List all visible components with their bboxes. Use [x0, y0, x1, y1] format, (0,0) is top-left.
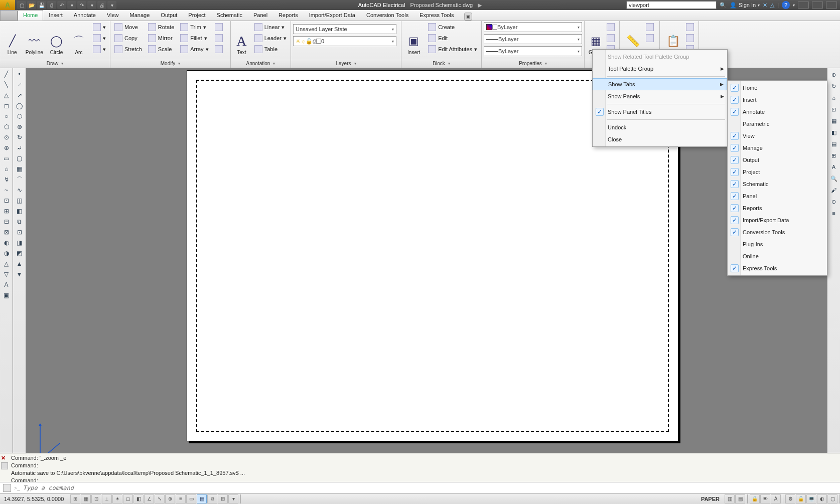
tool-button[interactable]: △ [0, 259, 13, 269]
signin-button[interactable]: 👤Sign In▾ [730, 2, 760, 9]
lineweight-dropdown[interactable]: ByLayer [484, 34, 582, 44]
qat-more-icon[interactable]: ▾ [107, 1, 116, 9]
cut-button[interactable] [686, 22, 694, 32]
qp-button[interactable]: ▤ [197, 494, 207, 503]
mirror-button[interactable]: Mirror [146, 33, 176, 43]
tool-button[interactable]: △ [0, 90, 13, 100]
space-toggle[interactable]: PAPER [698, 496, 723, 502]
editattr-button[interactable]: Edit Attributes ▾ [426, 44, 479, 54]
tab-conversion-tools[interactable]: Conversion Tools [361, 10, 414, 21]
ctx-item-show-panel-titles[interactable]: ✓Show Panel Titles [593, 106, 727, 118]
tool-button[interactable]: ▲ [13, 259, 26, 269]
tool-button[interactable]: ▤ [827, 138, 840, 149]
stretch-button[interactable]: Stretch [112, 44, 144, 54]
insert-button[interactable]: ▣Insert [403, 22, 424, 56]
tool-button[interactable]: ⊡ [13, 227, 26, 237]
tool-button[interactable]: ▭ [0, 153, 13, 163]
tab-view[interactable]: View [101, 10, 124, 21]
window-minimize-button[interactable] [798, 2, 809, 9]
qat-undo-icon[interactable]: ↶ [57, 1, 66, 9]
tool-button[interactable]: A [827, 161, 840, 173]
window-restore-button[interactable] [812, 2, 823, 9]
snap-button[interactable]: ▦ [81, 494, 91, 503]
panel-layers-title[interactable]: Layers [291, 59, 401, 68]
trim-button[interactable]: Trim ▾ [178, 22, 210, 32]
tool-button[interactable]: ◑ [0, 248, 13, 258]
title-arrow-icon[interactable]: ▶ [478, 2, 482, 9]
tool-button[interactable]: ⊞ [827, 150, 840, 161]
tool-button[interactable]: ⌂ [0, 164, 13, 174]
coordinates-readout[interactable]: 14.3927, 5.5325, 0.0000 [0, 496, 68, 502]
text-button[interactable]: AText [233, 22, 250, 56]
panel-draw-title[interactable]: Draw [0, 59, 110, 68]
tool-button[interactable]: ≡ [827, 208, 840, 219]
osnap-button[interactable]: ◻ [123, 494, 133, 503]
ctx-tab-panel[interactable]: ✓Panel [728, 190, 827, 202]
ctx-tab-manage[interactable]: ✓Manage [728, 142, 827, 154]
hatch-button[interactable]: ▾ [91, 33, 108, 43]
tool-button[interactable]: ⊡ [827, 104, 840, 115]
tool-button[interactable]: ⊠ [0, 227, 13, 237]
qat-open-icon[interactable]: 📂 [27, 1, 36, 9]
tool-button[interactable]: ∿ [13, 185, 26, 195]
ctx-tab-home[interactable]: ✓Home [728, 82, 827, 94]
copy-button[interactable]: Copy [112, 33, 144, 43]
app-tab[interactable] [0, 10, 18, 21]
command-input[interactable] [23, 484, 837, 491]
layer-dropdown[interactable]: ☀ ☼ 🔓 ⎙ 0 [293, 36, 396, 46]
annovis-button[interactable]: 👁 [760, 494, 770, 503]
panel-modify-title[interactable]: Modify [110, 59, 230, 68]
tool-button[interactable]: ▼ [13, 269, 26, 279]
polyline-button[interactable]: 〰Polyline [24, 22, 44, 56]
tool-button[interactable]: ⊞ [0, 206, 13, 216]
exchange-icon[interactable]: ✕ [763, 2, 767, 9]
ctx-tab-express-tools[interactable]: ✓Express Tools [728, 262, 827, 274]
fillet-button[interactable]: Fillet ▾ [178, 33, 210, 43]
tool-button[interactable]: ↯ [0, 175, 13, 185]
tool-button[interactable]: ╱ [0, 69, 13, 79]
search-go-icon[interactable]: 🔍 [720, 2, 727, 9]
tool-button[interactable]: ⊛ [13, 122, 26, 132]
infocenter-search[interactable]: viewport [626, 1, 717, 9]
qat-redo-drop-icon[interactable]: ▾ [87, 1, 96, 9]
cmdline-handle-icon[interactable] [1, 462, 8, 469]
edit-button[interactable]: Edit [426, 33, 479, 43]
panel-block-title[interactable]: Block [401, 59, 481, 68]
arc-button[interactable]: ⌒Arc [69, 22, 89, 56]
polar-button[interactable]: ✶ [112, 494, 122, 503]
tool-button[interactable]: ⤾ [13, 143, 26, 153]
ctx-tab-project[interactable]: ✓Project [728, 166, 827, 178]
ctx-tab-view[interactable]: ✓View [728, 130, 827, 142]
ducs-button[interactable]: ⤡ [155, 494, 165, 503]
ortho-button[interactable]: ⟂ [102, 494, 112, 503]
tab-panel[interactable]: Panel [248, 10, 273, 21]
ctx-tab-conversion-tools[interactable]: ✓Conversion Tools [728, 226, 827, 238]
3dosnap-button[interactable]: ◧ [133, 494, 144, 503]
cmd-prompt-icon[interactable] [3, 484, 11, 492]
ctx-tab-insert[interactable]: ✓Insert [728, 94, 827, 106]
dyn-button[interactable]: ⊕ [165, 494, 175, 503]
quick-calc-button[interactable] [646, 33, 654, 43]
tpy-button[interactable]: ▭ [186, 494, 196, 503]
ctx-item-show-tabs[interactable]: Show Tabs▶ [593, 78, 727, 90]
offset-button[interactable] [213, 44, 225, 54]
explode-button[interactable] [213, 33, 225, 43]
tool-button[interactable]: 🖌 [827, 185, 840, 196]
tool-button[interactable]: ◧ [827, 127, 840, 138]
ctx-tab-plug-ins[interactable]: Plug-Ins [728, 238, 827, 250]
copy-clip-button[interactable] [686, 33, 694, 43]
more-status-button[interactable]: ▾ [228, 494, 238, 503]
move-button[interactable]: Move [112, 22, 144, 32]
tool-button[interactable]: ⬠ [0, 122, 13, 132]
erase-button[interactable] [213, 22, 225, 32]
spline-button[interactable]: ▾ [91, 44, 108, 54]
isolate-button[interactable]: ◐ [817, 494, 827, 503]
tab-express-tools[interactable]: Express Tools [414, 10, 459, 21]
tool-button[interactable]: ⟋ [13, 80, 26, 90]
tool-button[interactable]: ⧉ [13, 217, 26, 227]
scale-button[interactable]: Scale [146, 44, 176, 54]
quickview-layouts-button[interactable]: ▥ [725, 494, 735, 503]
help-icon[interactable]: ? [782, 1, 790, 9]
qat-save-icon[interactable]: 💾 [37, 1, 46, 9]
tool-button[interactable]: ◩ [13, 248, 26, 258]
